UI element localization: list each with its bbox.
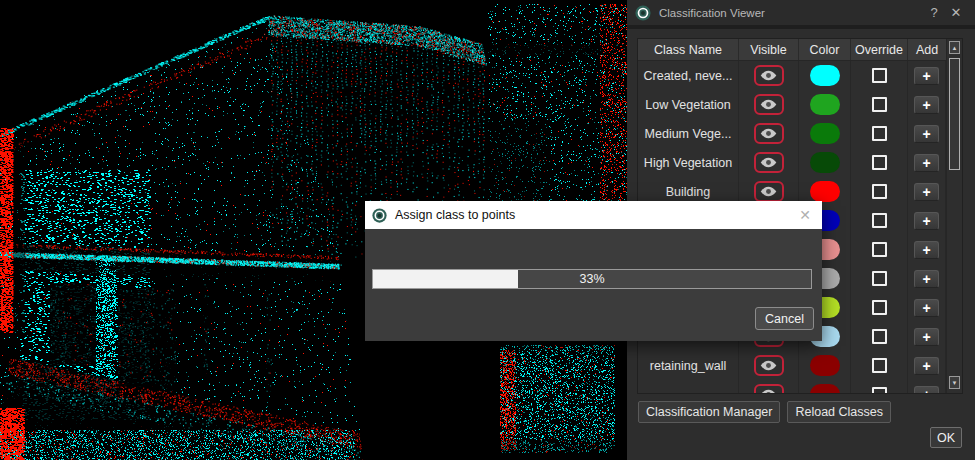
override-checkbox[interactable] [872, 126, 887, 141]
table-row: retaining_wall + [638, 351, 946, 380]
classification-manager-button[interactable]: Classification Manager [638, 401, 780, 423]
add-class-button[interactable]: + [914, 328, 939, 346]
dialog-title: Assign class to points [395, 208, 795, 222]
eye-icon [759, 69, 778, 82]
ok-button[interactable]: OK [930, 427, 962, 448]
override-checkbox[interactable] [872, 300, 887, 315]
visibility-toggle[interactable] [754, 94, 784, 115]
panel-close-button[interactable]: ✕ [945, 5, 967, 20]
plus-icon: + [922, 185, 930, 199]
visibility-toggle[interactable] [754, 65, 784, 86]
plus-icon: + [922, 388, 930, 394]
class-color-swatch[interactable] [810, 152, 840, 173]
progress-label: 33% [373, 270, 811, 288]
dialog-body: 33% Cancel [365, 229, 822, 341]
add-class-button[interactable]: + [914, 357, 939, 375]
add-class-button[interactable]: + [914, 67, 939, 85]
table-row: Created, neve... + [638, 61, 946, 90]
override-checkbox[interactable] [872, 213, 887, 228]
column-header-visible: Visible [738, 39, 798, 60]
column-header-override: Override [850, 39, 907, 60]
class-name[interactable]: Created, neve... [638, 61, 738, 90]
plus-icon: + [922, 214, 930, 228]
class-color-swatch[interactable] [810, 123, 840, 144]
override-checkbox[interactable] [872, 184, 887, 199]
eye-icon [759, 98, 778, 111]
plus-icon: + [922, 243, 930, 257]
override-checkbox[interactable] [872, 387, 887, 393]
scroll-down-icon[interactable]: ▼ [949, 376, 960, 389]
override-checkbox[interactable] [872, 242, 887, 257]
class-color-swatch[interactable] [810, 355, 840, 376]
progress-bar: 33% [372, 269, 812, 289]
add-class-button[interactable]: + [914, 212, 939, 230]
table-header: Class Name Visible Color Override Add [638, 39, 962, 61]
table-row: Low Vegetation + [638, 90, 946, 119]
plus-icon: + [922, 127, 930, 141]
class-color-swatch[interactable] [810, 384, 840, 393]
class-name[interactable]: Medium Vege... [638, 119, 738, 148]
override-checkbox[interactable] [872, 271, 887, 286]
add-class-button[interactable]: + [914, 183, 939, 201]
assign-class-dialog: Assign class to points ✕ 33% Cancel [365, 201, 822, 341]
cancel-button[interactable]: Cancel [755, 307, 814, 330]
override-checkbox[interactable] [872, 97, 887, 112]
override-checkbox[interactable] [872, 155, 887, 170]
class-color-swatch[interactable] [810, 65, 840, 86]
plus-icon: + [922, 98, 930, 112]
add-class-button[interactable]: + [914, 154, 939, 172]
add-class-button[interactable]: + [914, 299, 939, 317]
plus-icon: + [922, 359, 930, 373]
eye-icon [759, 388, 778, 393]
table-row: High Vegetation + [638, 148, 946, 177]
add-class-button[interactable]: + [914, 270, 939, 288]
scroll-up-icon[interactable]: ▲ [949, 41, 960, 54]
table-row: + [638, 380, 946, 393]
class-color-swatch[interactable] [810, 94, 840, 115]
column-header-add: Add [907, 39, 946, 60]
eye-icon [759, 156, 778, 169]
screen: Classification Viewer ? ✕ Class Name Vis… [0, 0, 975, 460]
vertical-scrollbar[interactable]: ▲ ▼ [946, 39, 962, 393]
class-name[interactable]: Low Vegetation [638, 90, 738, 119]
dialog-logo-icon [372, 208, 387, 223]
plus-icon: + [922, 330, 930, 344]
eye-icon [759, 185, 778, 198]
reload-classes-button[interactable]: Reload Classes [787, 401, 891, 423]
add-class-button[interactable]: + [914, 125, 939, 143]
visibility-toggle[interactable] [754, 181, 784, 202]
panel-footer: Classification Manager Reload Classes [638, 401, 891, 423]
visibility-toggle[interactable] [754, 152, 784, 173]
add-class-button[interactable]: + [914, 386, 939, 394]
plus-icon: + [922, 156, 930, 170]
column-header-color: Color [798, 39, 850, 60]
plus-icon: + [922, 272, 930, 286]
visibility-toggle[interactable] [754, 384, 784, 393]
class-color-swatch[interactable] [810, 181, 840, 202]
help-button[interactable]: ? [923, 5, 945, 20]
visibility-toggle[interactable] [754, 355, 784, 376]
plus-icon: + [922, 301, 930, 315]
plus-icon: + [922, 69, 930, 83]
override-checkbox[interactable] [872, 329, 887, 344]
add-class-button[interactable]: + [914, 96, 939, 114]
class-name[interactable]: retaining_wall [638, 351, 738, 380]
eye-icon [759, 127, 778, 140]
class-name[interactable] [638, 380, 738, 393]
table-row: Medium Vege... + [638, 119, 946, 148]
class-name[interactable]: High Vegetation [638, 148, 738, 177]
panel-title: Classification Viewer [659, 7, 923, 19]
visibility-toggle[interactable] [754, 123, 784, 144]
scrollbar-thumb[interactable] [949, 58, 960, 170]
dialog-titlebar: Assign class to points ✕ [365, 201, 822, 229]
app-logo-icon [635, 5, 651, 21]
dialog-close-icon[interactable]: ✕ [795, 207, 815, 223]
column-header-class-name: Class Name [638, 39, 738, 60]
override-checkbox[interactable] [872, 358, 887, 373]
panel-titlebar: Classification Viewer ? ✕ [627, 0, 975, 29]
eye-icon [759, 359, 778, 372]
override-checkbox[interactable] [872, 68, 887, 83]
add-class-button[interactable]: + [914, 241, 939, 259]
